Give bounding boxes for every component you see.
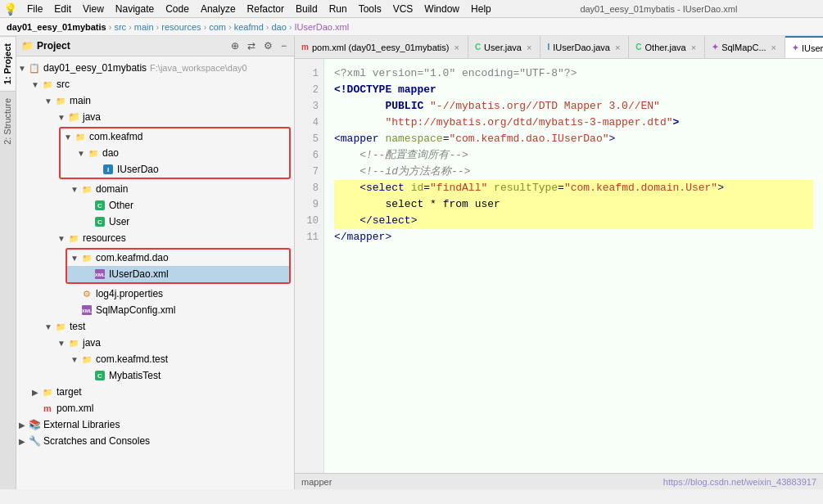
sidebar-minimize-btn[interactable]: − [278,39,289,52]
code-line-3: PUBLIC "-//mybatis.org//DTD Mapper 3.0//… [334,98,813,115]
sidebar-add-btn[interactable]: ⊕ [228,39,242,52]
sidebar-panel: 1: Project 2: Structure 📁 Project ⊕ ⇄ ⚙ … [0,36,295,489]
tab-label-user: User.java [484,43,522,52]
label-mybatistest: MybatisTest [109,370,161,381]
arrow-ext-libs: ▶ [16,419,28,430]
xml-icon-sqlmapconfig: XML [80,304,93,317]
tab-structure[interactable]: 2: Structure [0,91,16,151]
tab-close-iuserdao[interactable]: × [613,42,622,53]
breadcrumb-dao[interactable]: dao [271,22,286,32]
tab-other-java[interactable]: C Other.java × [629,36,705,58]
tree-item-java[interactable]: ▼ 📁 java [16,109,294,125]
scratches-icon: 🔧 [28,434,41,448]
class-icon-mybatistest: C [93,369,106,382]
svg-text:XML: XML [95,272,106,277]
tab-close-sqlmap[interactable]: × [770,42,778,53]
tree-item-sqlmapconfig[interactable]: XML SqlMapConfig.xml [16,302,294,318]
tab-icon-user: C [475,43,481,52]
menu-build[interactable]: Build [291,2,323,16]
code-editor[interactable]: 1 2 3 4 5 6 7 8 9 10 11 <?xml version="1… [295,59,823,473]
tree-item-pom[interactable]: m pom.xml [16,400,294,416]
folder-icon-com-keafmd: 📁 [74,130,87,143]
breadcrumb-file[interactable]: IUserDao.xml [294,22,349,32]
menu-view[interactable]: View [78,2,109,16]
breadcrumb-keafmd[interactable]: keafmd [234,22,264,32]
tab-close-pom[interactable]: × [452,42,460,53]
arrow-target: ▶ [29,386,41,398]
tab-sqlmap[interactable]: ✦ SqlMapC... × [705,36,785,58]
menu-help[interactable]: Help [466,2,496,16]
project-icon: 📋 [28,61,41,74]
status-bar: mapper https://blog.csdn.net/weixin_4388… [295,473,823,489]
tree-item-target[interactable]: ▶ 📁 target [16,384,294,400]
label-user-java: User [109,216,129,227]
tree-item-com-keafmd[interactable]: ▼ 📁 com.keafmd [61,128,289,145]
tree-item-user-java[interactable]: C User [16,214,294,230]
line-num-1: 1 [300,65,319,82]
editor-area: m pom.xml (day01_eesy_01mybatis) × C Use… [295,36,823,489]
code-lines[interactable]: <?xml version="1.0" encoding="UTF-8"?> <… [324,59,823,473]
line-num-6: 6 [300,147,319,164]
menu-refactor[interactable]: Refactor [242,2,289,16]
arrow-test-java: ▼ [56,337,67,349]
arrow-domain: ▼ [69,183,80,195]
tree-item-other-java[interactable]: C Other [16,197,294,214]
menu-navigate[interactable]: Navigate [111,2,159,16]
tree-item-ext-libs[interactable]: ▶ 📚 External Libraries [16,416,294,433]
folder-icon-target: 📁 [41,385,54,398]
tree-item-mybatistest[interactable]: C MybatisTest [16,367,294,384]
menu-vcs[interactable]: VCS [388,2,418,16]
tab-label-sqlmap: SqlMapC... [721,43,766,52]
arrow-java: ▼ [56,111,67,123]
pom-icon: m [41,402,54,415]
tree-item-main[interactable]: ▼ 📁 main [16,92,294,109]
tab-pom[interactable]: m pom.xml (day01_eesy_01mybatis) × [295,36,468,58]
tree-item-domain[interactable]: ▼ 📁 domain [16,181,294,197]
sidebar-settings-btn[interactable]: ⚙ [261,39,275,52]
tree-item-resources[interactable]: ▼ 📁 resources [16,230,294,246]
tree-item-scratches[interactable]: ▶ 🔧 Scratches and Consoles [16,433,294,449]
tab-icon-iuserdao: I [547,43,549,52]
breadcrumb-project[interactable]: day01_eesy_01mybatis [7,22,106,32]
tab-iuserdao-java[interactable]: I IUserDao.java × [540,36,629,58]
breadcrumb-main[interactable]: main [134,22,154,32]
menu-tools[interactable]: Tools [354,2,387,16]
menu-edit[interactable]: Edit [49,2,76,16]
breadcrumb: day01_eesy_01mybatis › src › main › reso… [0,18,823,36]
menu-analyze[interactable]: Analyze [196,2,241,16]
sidebar-sync-btn[interactable]: ⇄ [245,39,258,52]
tab-project[interactable]: 1: Project [0,36,16,91]
tab-close-other[interactable]: × [690,42,698,53]
tree-item-iuserdao-xml[interactable]: XML IUserDao.xml [67,266,289,282]
label-target: target [57,386,82,398]
tab-iuserdao-xml[interactable]: ✦ IUserDao.xml × [785,36,823,58]
label-pom: pom.xml [57,403,93,414]
tree-item-log4j[interactable]: ⚙ log4j.properties [16,286,294,302]
tree-item-iuserdao-java[interactable]: I IUserDao [61,161,289,178]
tree-item-src[interactable]: ▼ 📁 src [16,76,294,92]
breadcrumb-com[interactable]: com [209,22,226,32]
breadcrumb-resources[interactable]: resources [161,22,201,32]
tree-item-test[interactable]: ▼ 📁 test [16,318,294,335]
arrow-resources: ▼ [56,232,67,244]
tab-label-other: Other.java [645,43,686,52]
breadcrumb-src[interactable]: src [114,22,126,32]
tree-item-test-java[interactable]: ▼ 📁 java [16,335,294,351]
tree-item-com-keafmd-test[interactable]: ▼ 📁 com.keafmd.test [16,351,294,367]
tree-item-project-root[interactable]: ▼ 📋 day01_eesy_01mybatis F:\java_workspa… [16,60,294,76]
tree-item-dao[interactable]: ▼ 📁 dao [61,145,289,161]
svg-text:C: C [97,372,102,380]
tab-user-java[interactable]: C User.java × [468,36,541,58]
folder-icon-domain: 📁 [80,182,93,196]
menu-code[interactable]: Code [161,2,194,16]
menu-window[interactable]: Window [419,2,464,16]
label-log4j: log4j.properties [96,288,163,299]
line-num-9: 9 [300,196,319,213]
code-line-9: select * from user [334,196,813,213]
class-icon-other: C [93,199,106,212]
tab-close-user[interactable]: × [525,42,533,53]
tree-item-com-keafmd-dao[interactable]: ▼ 📁 com.keafmd.dao [67,250,289,266]
menu-file[interactable]: File [22,2,47,16]
library-icon: 📚 [28,418,41,431]
menu-run[interactable]: Run [324,2,352,16]
